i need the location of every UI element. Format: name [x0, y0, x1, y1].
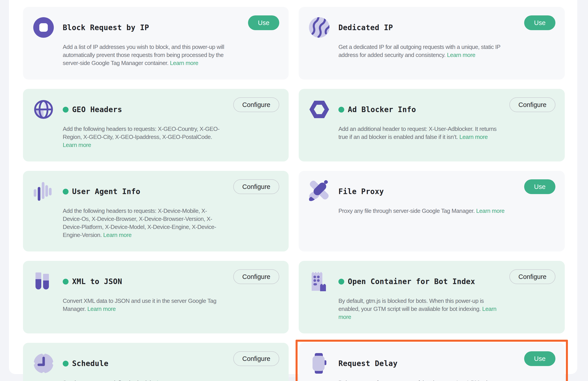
- status-dot: [63, 361, 68, 366]
- card-description: By default, gtm.js is blocked for bots. …: [338, 297, 484, 312]
- use-button[interactable]: Use: [524, 15, 555, 30]
- learn-more-link[interactable]: Learn more: [170, 60, 198, 66]
- card-title: Ad Blocker Info: [348, 105, 416, 114]
- use-button[interactable]: Use: [248, 15, 279, 30]
- card-title: Dedicated IP: [338, 23, 393, 32]
- learn-more-link[interactable]: Learn more: [447, 52, 475, 58]
- card-title: GEO Headers: [72, 105, 122, 114]
- highlight-annotation-box: Request Delay Delay requests for any amo…: [295, 340, 568, 381]
- configure-button[interactable]: Configure: [233, 179, 279, 194]
- clock-icon: [32, 352, 55, 375]
- card-description: Get a dedicated IP for all outgoing requ…: [338, 44, 500, 58]
- card-open-container-for-bot-index: Open Container for Bot Index By default,…: [299, 261, 565, 334]
- configure-button[interactable]: Configure: [233, 351, 279, 366]
- card-file-proxy: File Proxy Proxy any file through server…: [299, 171, 565, 251]
- use-button[interactable]: Use: [524, 351, 555, 366]
- card-title: Open Container for Bot Index: [348, 277, 475, 286]
- card-title: XML to JSON: [72, 277, 122, 286]
- card-xml-to-json: XML to JSON Convert XML data to JSON and…: [23, 261, 289, 334]
- test-tubes-icon: [32, 270, 55, 292]
- crossed-bandage-icon: [308, 180, 330, 202]
- fingerprint-sphere-icon: [308, 16, 330, 39]
- card-description: Proxy any file through server-side Googl…: [338, 207, 475, 214]
- smartwatch-icon: [308, 352, 330, 375]
- card-ad-blocker-info: Ad Blocker Info Add an additional header…: [299, 89, 565, 161]
- powerups-grid: Block Request by IP Add a list of IP add…: [23, 7, 565, 381]
- configure-button[interactable]: Configure: [233, 269, 279, 284]
- card-title: File Proxy: [338, 187, 384, 196]
- use-button[interactable]: Use: [524, 179, 555, 194]
- learn-more-link[interactable]: Learn more: [157, 380, 185, 381]
- learn-more-link[interactable]: Learn more: [476, 207, 504, 214]
- status-dot: [63, 189, 68, 195]
- status-dot: [63, 107, 68, 112]
- configure-button[interactable]: Configure: [509, 269, 555, 284]
- card-block-request-by-ip: Block Request by IP Add a list of IP add…: [23, 7, 289, 80]
- card-request-delay: Request Delay Delay requests for any amo…: [299, 343, 565, 381]
- status-dot: [63, 279, 68, 285]
- card-description: Convert XML data to JSON and use it in t…: [63, 297, 216, 312]
- card-schedule: Schedule Send requests on a defined sche…: [23, 343, 289, 381]
- globe-icon: [32, 98, 55, 121]
- hexagon-icon: [308, 98, 330, 121]
- card-description: Add the following headers to requests: X…: [63, 126, 219, 140]
- signal-bars-icon: [32, 180, 55, 202]
- card-dedicated-ip: Dedicated IP Get a dedicated IP for all …: [299, 7, 565, 80]
- card-geo-headers: GEO Headers Add the following headers to…: [23, 89, 289, 161]
- card-user-agent-info: User Agent Info Add the following header…: [23, 171, 289, 251]
- card-description: Send requests on a defined schedule.: [63, 380, 155, 381]
- card-description: Add the following headers to requests: X…: [63, 207, 216, 238]
- learn-more-link[interactable]: Learn more: [103, 232, 131, 238]
- configure-button[interactable]: Configure: [509, 97, 555, 112]
- configure-button[interactable]: Configure: [233, 97, 279, 112]
- receipt-list-icon: [308, 270, 330, 292]
- status-dot: [338, 279, 344, 285]
- card-title: Request Delay: [338, 359, 398, 368]
- card-description: Delay requests for any amount of time be…: [338, 380, 502, 381]
- status-dot: [338, 107, 344, 112]
- card-title: Schedule: [72, 359, 108, 368]
- card-title: Block Request by IP: [63, 23, 149, 32]
- blocked-circle-icon: [32, 16, 55, 39]
- learn-more-link[interactable]: Learn more: [87, 306, 116, 312]
- card-title: User Agent Info: [72, 187, 140, 196]
- card-description: Add a list of IP addresses you wish to b…: [63, 44, 224, 66]
- learn-more-link[interactable]: Learn more: [63, 142, 91, 148]
- learn-more-link[interactable]: Learn more: [460, 134, 488, 140]
